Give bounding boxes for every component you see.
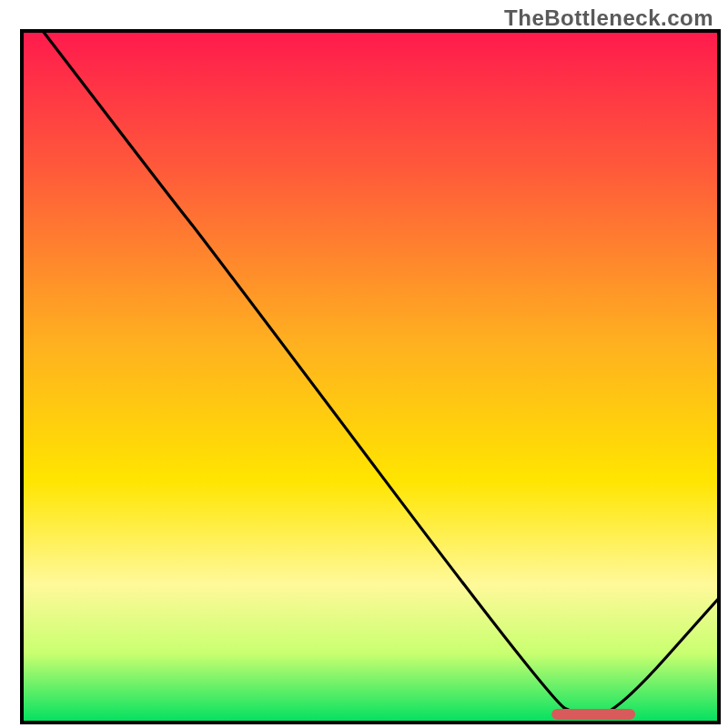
chart-container: TheBottleneck.com [0, 0, 728, 728]
watermark-text: TheBottleneck.com [504, 5, 713, 31]
optimal-range-bar [551, 709, 635, 720]
gradient-background [22, 31, 719, 723]
bottleneck-chart [0, 0, 728, 728]
